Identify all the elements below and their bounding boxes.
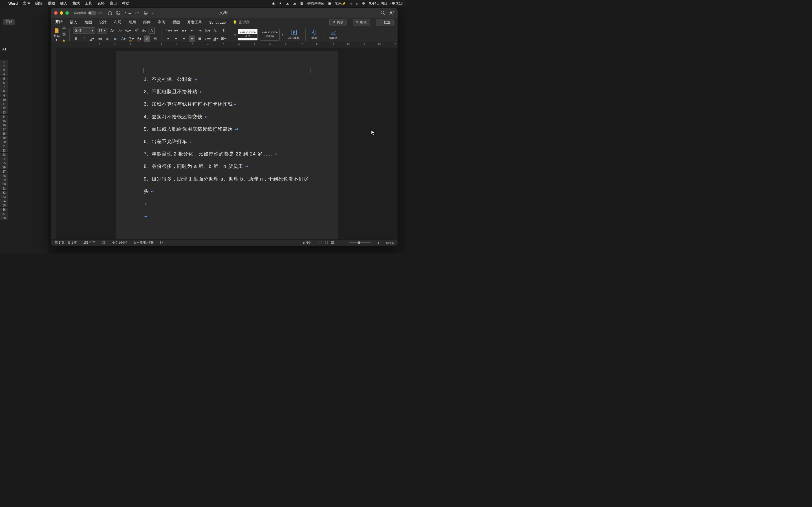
- char-shading-icon[interactable]: A: [144, 36, 150, 42]
- horizontal-ruler[interactable]: /* ticks via JS below */ 321123456789101…: [56, 43, 398, 48]
- doc-line[interactable]: 1、不交社保、公积金 ↵: [144, 73, 310, 86]
- save-icon[interactable]: [116, 10, 121, 16]
- phonetic-icon[interactable]: abc: [141, 27, 147, 34]
- italic-button[interactable]: I: [81, 36, 87, 42]
- doc-line[interactable]: 7、年龄呈现 2 极分化，比如带你的都是 22 到 24 岁...... ↵: [144, 148, 310, 160]
- bullets-icon[interactable]: ⋮≡▾: [165, 27, 171, 34]
- zoom-level[interactable]: 154%: [386, 241, 394, 244]
- enclose-char-icon[interactable]: ㊝: [152, 36, 158, 42]
- view-read-icon[interactable]: [318, 240, 322, 245]
- menu-tools[interactable]: 工具: [85, 1, 92, 6]
- superscript-button[interactable]: x2: [112, 36, 119, 42]
- character-border-icon[interactable]: A: [149, 27, 155, 34]
- tab-view[interactable]: 视图: [172, 18, 181, 26]
- doc-line[interactable]: 8、身份很多，同时为 a 所、b 所、n 所员工 ↵: [144, 160, 310, 173]
- tray-icon[interactable]: ▦: [300, 1, 303, 5]
- cut-icon[interactable]: [62, 25, 66, 31]
- close-button[interactable]: [54, 11, 57, 15]
- doc-line[interactable]: 3、加班不算假与钱且钉钉不打卡还扣钱↵: [144, 98, 310, 110]
- share-button[interactable]: ↗ 共享: [329, 19, 347, 26]
- menu-insert[interactable]: 插入: [60, 1, 67, 6]
- status-page[interactable]: 第 1 页，共 1 页: [55, 240, 77, 245]
- tab-references[interactable]: 引用: [128, 18, 137, 26]
- status-text-predict[interactable]: 文本预测: 打开: [133, 240, 154, 245]
- align-left-icon[interactable]: ≡: [165, 36, 171, 42]
- autosave-toggle[interactable]: 自动保存 关闭: [74, 11, 102, 15]
- vertical-ruler[interactable]: [51, 48, 56, 239]
- bold-button[interactable]: B: [73, 36, 79, 42]
- view-print-icon[interactable]: [324, 240, 328, 245]
- spotlight-icon[interactable]: ⌕: [356, 1, 358, 5]
- doc-line[interactable]: 4、去实习不给钱还得交钱 ↵: [144, 111, 310, 123]
- style-normal[interactable]: AaBbCcDdEe 正文: [238, 29, 258, 41]
- strikethrough-button[interactable]: ab: [97, 36, 103, 42]
- doc-empty-line[interactable]: ↵: [144, 198, 310, 210]
- print-icon[interactable]: [144, 10, 148, 16]
- line-spacing-icon[interactable]: ↕≡▾: [205, 36, 211, 42]
- doc-line[interactable]: 2、不配电脑且不给补贴 ↵: [144, 86, 310, 98]
- clear-format-icon[interactable]: A⊘: [133, 27, 139, 34]
- wifi-icon[interactable]: ⏚: [350, 1, 352, 5]
- redo-icon[interactable]: [135, 10, 140, 16]
- paste-button[interactable]: 粘贴▾: [54, 27, 60, 42]
- view-web-icon[interactable]: [331, 240, 335, 245]
- menu-help[interactable]: 帮助: [122, 1, 130, 6]
- font-size-selector[interactable]: 13▾: [97, 28, 107, 34]
- multilevel-icon[interactable]: ≣▾: [181, 27, 187, 34]
- status-spellcheck-icon[interactable]: [102, 240, 106, 245]
- doc-line[interactable]: 6、出差不允许打车 ↵: [144, 135, 310, 148]
- tab-layout[interactable]: 布局: [113, 18, 122, 26]
- increase-indent-icon[interactable]: ⇥: [197, 27, 203, 34]
- tab-design[interactable]: 设计: [99, 18, 107, 26]
- control-center-icon[interactable]: ⚙: [362, 1, 365, 5]
- tab-review[interactable]: 审阅: [157, 18, 166, 26]
- status-language[interactable]: 中文 (中国): [112, 240, 127, 245]
- minimize-button[interactable]: [60, 11, 63, 15]
- menu-window[interactable]: 窗口: [110, 1, 117, 6]
- sort-icon[interactable]: A↓: [213, 27, 219, 34]
- decrease-font-icon[interactable]: A▾: [117, 27, 123, 34]
- zoom-in-icon[interactable]: +: [377, 241, 379, 244]
- align-center-icon[interactable]: ≡: [173, 36, 179, 42]
- subscript-button[interactable]: x2: [105, 36, 111, 42]
- tab-scriptlab[interactable]: Script Lab: [209, 19, 226, 25]
- decrease-indent-icon[interactable]: ⇤: [189, 27, 195, 34]
- doc-line[interactable]: 5、面试或入职给你用底稿废纸打印简历 ↵: [144, 123, 310, 135]
- home-icon[interactable]: [108, 10, 112, 16]
- status-macro-icon[interactable]: [160, 240, 164, 245]
- excel-tab-home[interactable]: 开始: [3, 19, 15, 25]
- borders-icon[interactable]: ⊞▾: [220, 36, 227, 42]
- font-selector[interactable]: 宋体▾: [73, 27, 95, 34]
- styles-prev-icon[interactable]: ◂: [234, 33, 236, 37]
- zoom-out-icon[interactable]: −: [341, 241, 343, 244]
- tab-draw[interactable]: 绘图: [84, 18, 93, 26]
- status-word-count[interactable]: 155 个字: [83, 240, 95, 245]
- font-color-icon[interactable]: A▾: [136, 36, 142, 42]
- menu-edit[interactable]: 编辑: [35, 1, 43, 6]
- tab-developer[interactable]: 开发工具: [187, 18, 202, 26]
- shading-icon[interactable]: ◢▾: [213, 36, 219, 42]
- copy-icon[interactable]: [62, 32, 66, 37]
- numbering-icon[interactable]: ≡▾: [173, 27, 179, 34]
- doc-empty-line[interactable]: ↵: [144, 210, 310, 223]
- datetime[interactable]: 9月4日 周日 下午 3:18: [369, 1, 403, 6]
- styles-pane-button[interactable]: 样式窗格: [286, 29, 302, 40]
- menu-table[interactable]: 表格: [97, 1, 105, 6]
- telegram-icon[interactable]: ✈: [279, 1, 282, 5]
- edit-mode-button[interactable]: ✎ 编辑: [353, 19, 370, 26]
- wechat-icon[interactable]: ☁: [286, 1, 289, 5]
- text-effects-icon[interactable]: A▾: [120, 36, 126, 42]
- excel-cell-reference[interactable]: A1: [2, 47, 6, 51]
- menu-view[interactable]: 视图: [48, 1, 55, 6]
- maximize-button[interactable]: [65, 11, 69, 15]
- app-name[interactable]: Word: [8, 1, 18, 6]
- change-case-icon[interactable]: Aa▾: [125, 27, 131, 34]
- record-icon[interactable]: ◉: [272, 1, 275, 5]
- ime-indicator[interactable]: 拼 简体拼音: [307, 1, 324, 6]
- zoom-slider[interactable]: [349, 242, 371, 243]
- underline-button[interactable]: U▾: [89, 36, 95, 42]
- tab-insert[interactable]: 插入: [69, 18, 78, 26]
- focus-mode-button[interactable]: ⊕ 专注: [303, 240, 312, 245]
- increase-font-icon[interactable]: A▴: [109, 27, 115, 34]
- search-icon[interactable]: [380, 10, 385, 16]
